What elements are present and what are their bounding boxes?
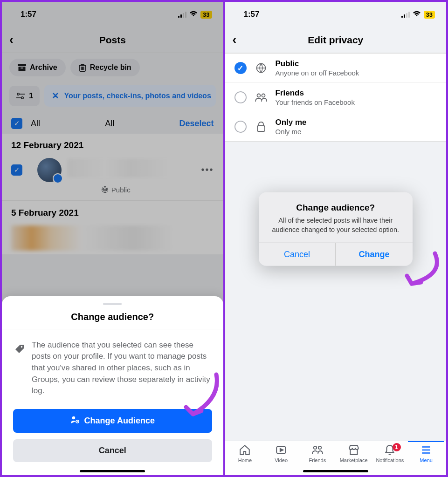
svg-point-9: [77, 421, 78, 422]
screenshot-pair: 1:57 33 ‹ Posts Archive: [0, 0, 448, 477]
lock-icon: [254, 121, 268, 132]
home-indicator[interactable]: [303, 470, 368, 472]
page-title: Edit privacy: [225, 34, 447, 46]
dialog-cancel-button[interactable]: Cancel: [259, 243, 336, 266]
tab-friends[interactable]: Friends: [299, 444, 336, 469]
tab-video[interactable]: Video: [263, 444, 299, 469]
page-title: Posts: [2, 34, 223, 46]
radio-unchecked[interactable]: [234, 121, 247, 133]
battery-badge: 33: [424, 11, 435, 19]
notification-badge: 1: [393, 443, 401, 451]
wifi-icon: [189, 10, 198, 19]
confirm-dialog: Change audience? All of the selected pos…: [259, 192, 413, 266]
tab-menu[interactable]: Menu: [408, 441, 444, 469]
redacted-content: [11, 225, 214, 251]
post-item[interactable]: [2, 222, 223, 254]
signal-icon: [178, 12, 186, 18]
tag-icon: [12, 344, 25, 354]
date-header: 12 February 2021: [2, 134, 223, 154]
redacted-name: [67, 159, 194, 177]
tab-notifications[interactable]: 1 Notifications: [372, 444, 408, 469]
svg-point-16: [318, 446, 321, 449]
tab-home[interactable]: Home: [227, 444, 263, 469]
svg-rect-0: [18, 64, 26, 66]
page-header: ‹ Edit privacy: [225, 27, 447, 53]
status-time: 1:57: [244, 10, 260, 19]
svg-rect-13: [257, 126, 265, 131]
select-row: ✓ All All Deselect: [2, 113, 223, 134]
sheet-description: The audience that you selected can see t…: [32, 340, 212, 397]
option-public[interactable]: Public Anyone on or off Facebook: [225, 54, 447, 83]
status-bar: 1:57 33: [2, 2, 223, 27]
radio-checked[interactable]: [234, 62, 247, 74]
svg-rect-2: [21, 68, 23, 68]
change-audience-button[interactable]: Change Audience: [13, 409, 212, 433]
date-header: 5 February 2021: [2, 201, 223, 222]
option-only-me[interactable]: Only me Only me: [225, 112, 447, 141]
archive-chip[interactable]: Archive: [9, 59, 66, 76]
radio-unchecked[interactable]: [234, 91, 247, 103]
svg-rect-1: [19, 67, 26, 71]
select-all-checkbox[interactable]: ✓: [11, 118, 22, 129]
status-time: 1:57: [21, 10, 36, 19]
page-header: ‹ Posts: [2, 27, 223, 53]
svg-point-7: [72, 416, 75, 419]
signal-icon: [401, 12, 410, 18]
post-checkbox[interactable]: ✓: [11, 164, 22, 176]
home-indicator[interactable]: [80, 470, 145, 472]
post-privacy: 🌐︎ Public: [37, 182, 194, 194]
friends-icon: [254, 93, 268, 102]
svg-point-4: [17, 93, 19, 95]
back-button[interactable]: ‹: [9, 33, 14, 47]
status-bar: 1:57 33: [225, 2, 447, 27]
phone-right: 1:57 33 ‹ Edit privacy Public Any: [225, 2, 447, 475]
privacy-options: Public Anyone on or off Facebook Friends…: [225, 53, 447, 142]
dialog-message: All of the selected posts will have thei…: [269, 215, 402, 234]
globe-icon: 🌐︎: [102, 186, 109, 194]
cancel-button[interactable]: Cancel: [13, 439, 212, 462]
option-friends[interactable]: Friends Your friends on Facebook: [225, 83, 447, 112]
recycle-chip[interactable]: Recycle bin: [70, 59, 140, 76]
filter-message[interactable]: ✕ Your posts, check-ins, photos and vide…: [44, 85, 215, 107]
svg-point-11: [257, 94, 260, 97]
svg-point-15: [314, 446, 317, 449]
change-audience-sheet: Change audience? The audience that you s…: [2, 296, 223, 475]
phone-left: 1:57 33 ‹ Posts Archive: [2, 2, 223, 475]
more-icon[interactable]: •••: [201, 158, 214, 175]
dialog-title: Change audience?: [269, 202, 402, 212]
sheet-title: Change audience?: [13, 312, 212, 322]
person-gear-icon: [70, 416, 80, 426]
sheet-handle[interactable]: [103, 303, 122, 305]
avatar: [37, 158, 62, 182]
battery-badge: 33: [200, 11, 212, 19]
wifi-icon: [413, 10, 421, 19]
globe-icon: [254, 62, 268, 74]
dialog-change-button[interactable]: Change: [336, 243, 413, 266]
deselect-link[interactable]: Deselect: [179, 119, 214, 129]
svg-point-12: [262, 94, 265, 97]
filter-count[interactable]: 1: [9, 86, 40, 106]
back-button[interactable]: ‹: [233, 33, 237, 47]
close-x-icon[interactable]: ✕: [52, 90, 59, 101]
svg-point-5: [21, 96, 23, 98]
post-item[interactable]: ✓ 🌐︎ Public •••: [2, 154, 223, 201]
tab-marketplace[interactable]: Marketplace: [336, 444, 372, 469]
